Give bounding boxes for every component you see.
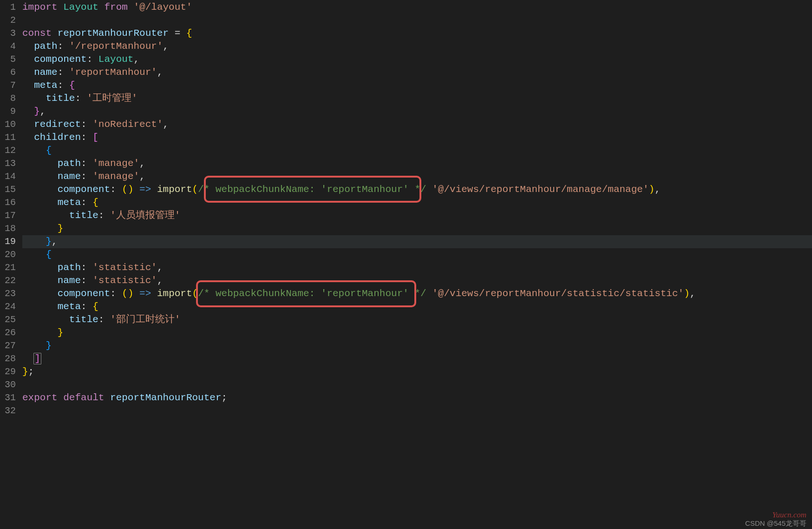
code-token: '/reportManhour': [69, 41, 163, 52]
code-token: [22, 223, 58, 234]
code-line[interactable]: import Layout from '@/layout': [22, 1, 812, 14]
code-line[interactable]: component: () => import(/* webpackChunkN…: [22, 183, 812, 196]
code-line[interactable]: name: 'reportManhour',: [22, 66, 812, 79]
code-line[interactable]: path: 'manage',: [22, 157, 812, 170]
code-token: children: [34, 132, 81, 143]
code-line[interactable]: redirect: 'noRedirect',: [22, 118, 812, 131]
code-token: [22, 210, 69, 221]
code-token: ,: [139, 158, 145, 169]
code-token: [22, 158, 58, 169]
code-token: redirect: [34, 119, 81, 130]
code-token: [151, 288, 157, 299]
watermark-credit: CSDN @545龙哥哥: [745, 519, 806, 528]
code-token: [22, 249, 46, 260]
line-number: 7: [0, 79, 22, 92]
code-token: {: [69, 80, 75, 91]
line-number: 19: [0, 235, 22, 248]
code-token: default: [63, 392, 104, 403]
code-token: :: [98, 210, 110, 221]
code-token: [22, 275, 58, 286]
code-token: ,: [157, 262, 163, 273]
code-line[interactable]: [22, 378, 812, 391]
line-number: 16: [0, 196, 22, 209]
code-line[interactable]: name: 'statistic',: [22, 274, 812, 287]
code-token: ): [684, 288, 690, 299]
code-token: ,: [690, 288, 696, 299]
code-line[interactable]: path: 'statistic',: [22, 261, 812, 274]
code-line[interactable]: title: '工时管理': [22, 92, 812, 105]
code-token: ,: [157, 275, 163, 286]
code-token: ,: [52, 236, 58, 247]
code-line[interactable]: };: [22, 365, 812, 378]
code-token: Layout: [98, 54, 134, 65]
code-line[interactable]: {: [22, 248, 812, 261]
code-area[interactable]: Yuucn.com CSDN @545龙哥哥 import Layout fro…: [22, 0, 812, 529]
code-token: [22, 80, 34, 91]
code-line[interactable]: meta: {: [22, 79, 812, 92]
code-token: 'manage': [92, 171, 139, 182]
code-token: 'statistic': [92, 275, 157, 286]
code-token: :: [75, 93, 86, 104]
code-token: (: [122, 184, 128, 195]
code-line[interactable]: [22, 404, 812, 417]
code-token: [426, 288, 432, 299]
code-token: [133, 184, 139, 195]
code-token: :: [58, 80, 69, 91]
code-line[interactable]: title: '部门工时统计': [22, 313, 812, 326]
code-line[interactable]: component: Layout,: [22, 53, 812, 66]
code-token: title: [69, 314, 98, 325]
code-line[interactable]: ]: [22, 352, 812, 365]
code-line[interactable]: children: [: [22, 131, 812, 144]
code-token: :: [81, 197, 92, 208]
code-token: {: [186, 28, 192, 39]
code-line[interactable]: name: 'manage',: [22, 170, 812, 183]
line-number: 18: [0, 222, 22, 235]
code-token: {: [46, 145, 52, 156]
code-line[interactable]: meta: {: [22, 196, 812, 209]
line-number: 1: [0, 1, 22, 14]
code-token: reportManhourRouter: [110, 392, 221, 403]
code-token: ;: [222, 392, 228, 403]
code-line[interactable]: {: [22, 144, 812, 157]
line-number: 2: [0, 14, 22, 27]
line-number: 9: [0, 105, 22, 118]
code-token: title: [46, 93, 75, 104]
code-token: /* webpackChunkName: 'reportManhour' */: [198, 288, 426, 299]
code-line[interactable]: export default reportManhourRouter;: [22, 391, 812, 404]
code-token: import: [157, 184, 192, 195]
code-token: export: [22, 392, 58, 403]
line-number: 17: [0, 209, 22, 222]
code-line[interactable]: }: [22, 326, 812, 339]
code-token: [128, 2, 134, 13]
code-line[interactable]: }: [22, 339, 812, 352]
code-token: ): [128, 288, 134, 299]
code-line[interactable]: },: [22, 105, 812, 118]
code-line[interactable]: const reportManhourRouter = {: [22, 27, 812, 40]
code-line[interactable]: [22, 14, 812, 27]
code-line[interactable]: component: () => import(/* webpackChunkN…: [22, 287, 812, 300]
code-token: [22, 262, 58, 273]
line-number: 10: [0, 118, 22, 131]
code-token: meta: [58, 197, 81, 208]
line-number: 28: [0, 352, 22, 365]
code-token: name: [58, 275, 81, 286]
code-line[interactable]: path: '/reportManhour',: [22, 40, 812, 53]
code-token: [22, 340, 46, 351]
code-token: ): [649, 184, 655, 195]
code-token: '工时管理': [87, 93, 138, 104]
code-token: :: [110, 184, 122, 195]
code-token: component: [58, 184, 110, 195]
code-token: Layout: [63, 2, 98, 13]
code-token: 'noRedirect': [92, 119, 163, 130]
code-token: :: [58, 41, 69, 52]
code-line[interactable]: title: '人员填报管理': [22, 209, 812, 222]
code-token: {: [92, 197, 98, 208]
code-line[interactable]: },: [22, 235, 812, 248]
code-line[interactable]: meta: {: [22, 300, 812, 313]
line-number: 29: [0, 365, 22, 378]
code-token: [: [92, 132, 98, 143]
line-number: 31: [0, 391, 22, 404]
code-line[interactable]: }: [22, 222, 812, 235]
code-token: :: [81, 132, 92, 143]
code-token: [104, 392, 110, 403]
